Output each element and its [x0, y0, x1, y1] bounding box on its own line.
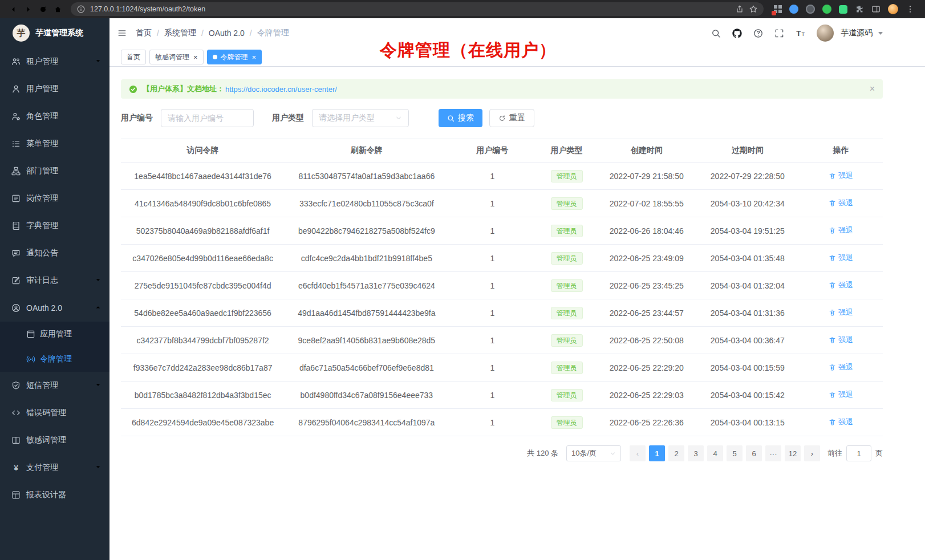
force-logout-button[interactable]: 强退: [829, 198, 853, 208]
pagination-page-6-button[interactable]: 6: [746, 445, 762, 461]
reset-button[interactable]: 重置: [489, 109, 534, 127]
force-logout-button[interactable]: 强退: [829, 335, 853, 345]
sidebar-item-dept[interactable]: 部门管理: [0, 157, 109, 185]
sidebar-item-post[interactable]: 岗位管理: [0, 185, 109, 212]
browser-menu-icon[interactable]: [906, 5, 915, 14]
sidebar-item-sensitive-word[interactable]: 敏感词管理: [0, 427, 109, 454]
user-type-label: 用户类型: [272, 113, 304, 123]
share-icon[interactable]: [735, 5, 744, 14]
expire-time-cell: 2054-03-04 01:32:04: [696, 272, 799, 299]
pagination-more-button[interactable]: ···: [765, 445, 781, 461]
app-logo[interactable]: 芋 芋道管理系统: [0, 18, 109, 48]
svg-text:¥: ¥: [14, 464, 18, 472]
sidebar-subitem-oauth2-token[interactable]: 令牌管理: [0, 347, 109, 372]
role-icon: [11, 112, 21, 121]
force-logout-button[interactable]: 强退: [829, 362, 853, 372]
expire-time-cell: 2054-03-04 00:13:15: [696, 409, 799, 436]
pagination-page-1-button[interactable]: 1: [649, 445, 665, 461]
chevron-down-icon: [395, 115, 402, 121]
refresh-token-cell: 333ecfc71e02480cb11055c875c3ca0f: [285, 190, 448, 217]
browser-back-icon[interactable]: [6, 2, 21, 17]
top-navbar: 首页/系统管理/OAuth 2.0/令牌管理 TT 芋道源码: [109, 18, 925, 48]
search-icon[interactable]: [711, 29, 721, 38]
user-type-select[interactable]: 请选择用户类型: [312, 109, 409, 127]
user-id-input[interactable]: [161, 109, 254, 127]
force-logout-button[interactable]: 强退: [829, 417, 853, 427]
bookmark-star-icon[interactable]: [749, 5, 758, 14]
split-view-icon[interactable]: [871, 5, 881, 14]
page-content: 【用户体系】文档地址： https://doc.iocoder.cn/user-…: [109, 67, 925, 560]
pagination-next-button[interactable]: ›: [804, 445, 820, 461]
extensions-puzzle-icon[interactable]: [855, 5, 864, 14]
help-icon[interactable]: [753, 29, 763, 38]
extension-dark-icon[interactable]: [806, 5, 815, 14]
github-icon[interactable]: [732, 29, 742, 38]
search-button[interactable]: 搜索: [439, 109, 482, 127]
user-menu-caret-icon[interactable]: [878, 32, 883, 35]
expire-time-cell: 2054-03-04 00:36:47: [696, 327, 799, 354]
access-token-cell: f9336e7c7dd242a283ee98dc86b17a87: [121, 354, 285, 382]
extension-android-icon[interactable]: [839, 5, 847, 14]
force-logout-button[interactable]: 强退: [829, 389, 853, 400]
force-logout-button[interactable]: 强退: [829, 307, 853, 318]
sidebar-item-error-code[interactable]: 错误码管理: [0, 399, 109, 427]
address-bar[interactable]: 127.0.0.1:1024/system/oauth2/token: [71, 2, 764, 16]
tab-sensitive-word[interactable]: 敏感词管理×: [149, 50, 204, 64]
tab-close-icon[interactable]: ×: [193, 54, 198, 61]
tab-home[interactable]: 首页: [121, 50, 146, 64]
doc-link[interactable]: https://doc.iocoder.cn/user-center/: [225, 85, 337, 94]
extension-green-icon[interactable]: [822, 5, 831, 14]
goto-page-input[interactable]: [846, 445, 871, 461]
breadcrumb-item: 令牌管理: [257, 28, 289, 38]
pagination-page-4-button[interactable]: 4: [707, 445, 723, 461]
user-type-tag: 管理员: [551, 170, 583, 182]
sidebar-subitem-oauth2-app[interactable]: 应用管理: [0, 322, 109, 347]
fullscreen-icon[interactable]: [774, 29, 784, 38]
sidebar-item-dict[interactable]: 字典管理: [0, 212, 109, 240]
pagination-page-5-button[interactable]: 5: [727, 445, 743, 461]
extensions-area: [774, 4, 915, 14]
breadcrumb-item[interactable]: 系统管理: [164, 28, 196, 38]
browser-home-icon[interactable]: [50, 2, 65, 17]
force-logout-button[interactable]: 强退: [829, 280, 853, 290]
sidebar-item-pay[interactable]: ¥支付管理: [0, 454, 109, 481]
browser-reload-icon[interactable]: [35, 2, 50, 17]
tab-token[interactable]: 令牌管理×: [207, 50, 262, 64]
sidebar-item-tenant[interactable]: 租户管理: [0, 48, 109, 75]
sidebar-item-audit-log[interactable]: 审计日志: [0, 267, 109, 294]
sensitive-icon: [11, 436, 21, 445]
sidebar-item-menu[interactable]: 菜单管理: [0, 130, 109, 157]
pagination-page-3-button[interactable]: 3: [688, 445, 704, 461]
tab-close-icon[interactable]: ×: [252, 54, 257, 61]
breadcrumb-item[interactable]: OAuth 2.0: [209, 29, 245, 38]
site-info-icon[interactable]: [76, 5, 86, 14]
force-logout-button[interactable]: 强退: [829, 171, 853, 181]
pagination-page-2-button[interactable]: 2: [668, 445, 684, 461]
page-size-select[interactable]: 10条/页: [566, 445, 621, 461]
user-avatar[interactable]: [817, 25, 834, 42]
sidebar-item-oauth2[interactable]: OAuth 2.0: [0, 294, 109, 322]
username[interactable]: 芋道源码: [841, 28, 873, 38]
sidebar-item-notice[interactable]: 通知公告: [0, 240, 109, 267]
refresh-token-cell: 9ce8ef2aa9f14056b831ae9b608e28d5: [285, 327, 448, 354]
extension-blue-icon[interactable]: [789, 5, 798, 14]
sidebar-item-user[interactable]: 用户管理: [0, 75, 109, 103]
pagination: 共 120 条 10条/页 ‹ 123456···12 › 前往 页: [121, 445, 883, 461]
url-text[interactable]: 127.0.0.1:1024/system/oauth2/token: [90, 5, 731, 13]
breadcrumb-item[interactable]: 首页: [136, 28, 152, 38]
browser-profile-avatar[interactable]: [888, 4, 898, 14]
force-logout-button[interactable]: 强退: [829, 225, 853, 236]
extension-badge-icon[interactable]: [774, 5, 782, 13]
pagination-page-12-button[interactable]: 12: [785, 445, 801, 461]
pagination-prev-button[interactable]: ‹: [630, 445, 646, 461]
browser-forward-icon[interactable]: [21, 2, 35, 17]
user-id-cell: 1: [448, 272, 536, 299]
sidebar-item-report-designer[interactable]: 报表设计器: [0, 481, 109, 509]
force-logout-button[interactable]: 强退: [829, 253, 853, 263]
sidebar-item-role[interactable]: 角色管理: [0, 103, 109, 130]
sidebar-toggle-icon[interactable]: [117, 29, 127, 38]
font-size-icon[interactable]: TT: [796, 29, 805, 38]
sidebar-item-sms[interactable]: 短信管理: [0, 372, 109, 399]
column-header: 过期时间: [696, 139, 799, 163]
alert-close-icon[interactable]: ×: [870, 84, 875, 94]
